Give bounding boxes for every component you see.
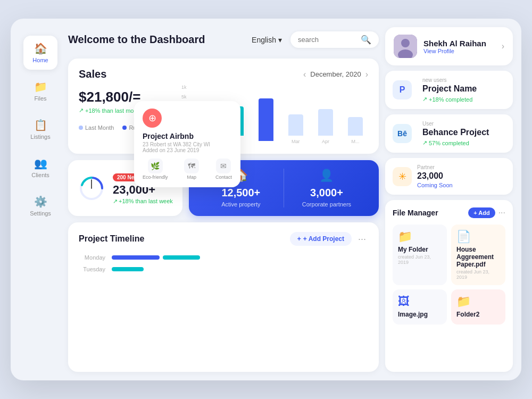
bar-feb2 [253, 98, 279, 144]
project-card-0: P new users Project Name ↗ +18% complete… [385, 71, 513, 109]
timeline-more-button[interactable]: ··· [356, 234, 368, 245]
page-title: Welcome to the Dashboard [68, 34, 243, 46]
sales-title: Sales [79, 68, 106, 80]
file-item-3[interactable]: 📁 Folder2 [451, 289, 505, 325]
file-item-0[interactable]: 📁 My Folder created Jun 23, 2019 [393, 225, 447, 285]
search-input[interactable] [298, 36, 356, 44]
clients-icon: 👥 [34, 157, 47, 170]
timeline-title: Project Timeline [79, 234, 144, 244]
project-1-icon: Bē [393, 124, 412, 143]
files-icon: 📁 [34, 80, 47, 93]
map-button[interactable]: 🗺 Map [184, 159, 199, 180]
legend-last-month: Last Month [79, 124, 114, 131]
file-name-1: House Aggreement Paper.pdf [456, 246, 500, 268]
sidebar-label-listings: Listings [30, 134, 50, 140]
corporate-partners-section: 👤 3,000+ Corporate partners [284, 169, 369, 207]
timeline-bars-monday [112, 255, 368, 260]
project-1-name: Behance Project [422, 128, 489, 137]
file-manager-title: File Manager [393, 209, 438, 217]
language-label: English [252, 36, 276, 44]
svg-point-3 [401, 39, 410, 47]
view-profile-link[interactable]: View Profile [423, 48, 486, 54]
file-manager-card: File Manager + Add ··· 📁 My Folder creat… [385, 200, 513, 372]
project-1-type: User [422, 121, 489, 127]
avatar [394, 35, 417, 58]
active-property-label: Active property [221, 201, 260, 207]
timeline-card: Project Timeline + + Add Project ··· Mon… [68, 222, 379, 372]
language-selector[interactable]: English ▾ [252, 36, 282, 44]
sidebar-item-clients[interactable]: 👥 Clients [23, 151, 57, 185]
project-0-icon: P [393, 80, 412, 99]
partner-card: ✳ Partner 23,000 Coming Soon [385, 158, 513, 195]
search-icon[interactable]: 🔍 [361, 35, 371, 45]
popup-actions: 🌿 Eco-friendly 🗺 Map ✉ Contact [143, 159, 232, 180]
bar-mar: Mar [283, 114, 309, 144]
file-date-1: created Jun 23, 2019 [456, 269, 500, 280]
running-month-dot [122, 126, 127, 130]
right-panel: Shekh Al Raihan View Profile › P new use… [385, 27, 513, 372]
active-property-value: 12,500+ [221, 187, 260, 199]
project-0-type: new users [422, 77, 477, 83]
partner-type: Partner [417, 164, 453, 170]
file-item-2[interactable]: 🖼 Image.jpg [393, 289, 447, 325]
last-month-dot [79, 126, 83, 130]
file-more-button[interactable]: ··· [498, 208, 505, 218]
bar-may: M... [343, 117, 368, 144]
pdf-icon: 📄 [456, 230, 500, 244]
chevron-down-icon: ▾ [278, 36, 282, 44]
eco-friendly-button[interactable]: 🌿 Eco-friendly [143, 159, 168, 180]
speedometer-chart [78, 174, 105, 202]
timeline-day-monday: Monday [79, 254, 105, 261]
airbnb-icon: ⊕ [143, 109, 162, 128]
sidebar-label-clients: Clients [31, 172, 49, 178]
sidebar-item-files[interactable]: 📁 Files [23, 74, 57, 108]
folder-blue-icon: 📁 [398, 230, 442, 244]
file-grid: 📁 My Folder created Jun 23, 2019 📄 House… [393, 225, 505, 325]
sales-card-header: Sales ‹ December, 2020 › [79, 68, 368, 80]
header: Welcome to the Dashboard English ▾ 🔍 [68, 27, 379, 52]
popup-address: 23 Robert st WA 382 City WI Added on 23 … [143, 142, 232, 153]
image-icon: 🖼 [398, 295, 442, 309]
corporate-value: 3,000+ [310, 187, 343, 199]
project-card-1: Bē User Behance Project ↗ 57% completed [385, 114, 513, 153]
project-0-name: Project Name [422, 84, 477, 94]
coming-soon-label: Coming Soon [417, 182, 453, 188]
trend-icon-1: ↗ [422, 139, 427, 146]
trend-icon-0: ↗ [422, 96, 427, 103]
home-icon: 🏠 [34, 42, 47, 55]
profile-card: Shekh Al Raihan View Profile › [385, 27, 513, 65]
folder-red-icon: 📁 [456, 295, 500, 309]
timeline-day-tuesday: Tuesday [79, 266, 105, 272]
plus-icon: + [297, 235, 301, 243]
timeline-row-monday: Monday [79, 254, 368, 261]
file-name-0: My Folder [398, 246, 442, 253]
sidebar-label-home: Home [32, 57, 48, 63]
trending-up-icon-2: ↗ [113, 198, 118, 205]
add-project-button[interactable]: + + Add Project [290, 232, 352, 246]
popup-project-name: Project Airbnb [143, 132, 232, 140]
prev-date-button[interactable]: ‹ [303, 70, 306, 79]
corporate-label: Corporate partners [302, 201, 351, 207]
file-name-2: Image.jpg [398, 311, 442, 318]
file-manager-header: File Manager + Add ··· [393, 207, 505, 218]
partner-icon: ✳ [393, 167, 412, 186]
popup-project-card: ⊕ Project Airbnb 23 Robert st WA 382 Cit… [134, 101, 240, 187]
current-date: December, 2020 [310, 70, 361, 78]
speedometer-growth: ↗ +18% than last week [113, 198, 173, 205]
profile-name: Shekh Al Raihan [423, 39, 486, 48]
next-date-button[interactable]: › [365, 70, 368, 79]
file-item-1[interactable]: 📄 House Aggreement Paper.pdf created Jun… [451, 225, 505, 285]
file-add-button[interactable]: + Add [468, 207, 495, 218]
sidebar-label-files: Files [34, 95, 46, 102]
settings-icon: ⚙️ [34, 195, 47, 208]
sidebar-item-listings[interactable]: 📋 Listings [23, 112, 57, 146]
sidebar-item-settings[interactable]: ⚙️ Settings [23, 189, 57, 223]
profile-arrow-icon[interactable]: › [502, 41, 504, 51]
sidebar-item-home[interactable]: 🏠 Home [23, 36, 57, 70]
sidebar: 🏠 Home 📁 Files 📋 Listings 👥 Clients ⚙️ S… [19, 27, 62, 372]
date-nav: ‹ December, 2020 › [303, 70, 368, 79]
main-content: Welcome to the Dashboard English ▾ 🔍 Sal… [68, 27, 379, 372]
bar-apr: Apr [313, 109, 338, 144]
contact-button[interactable]: ✉ Contact [215, 159, 232, 180]
project-0-progress: ↗ +18% completed [422, 96, 477, 103]
